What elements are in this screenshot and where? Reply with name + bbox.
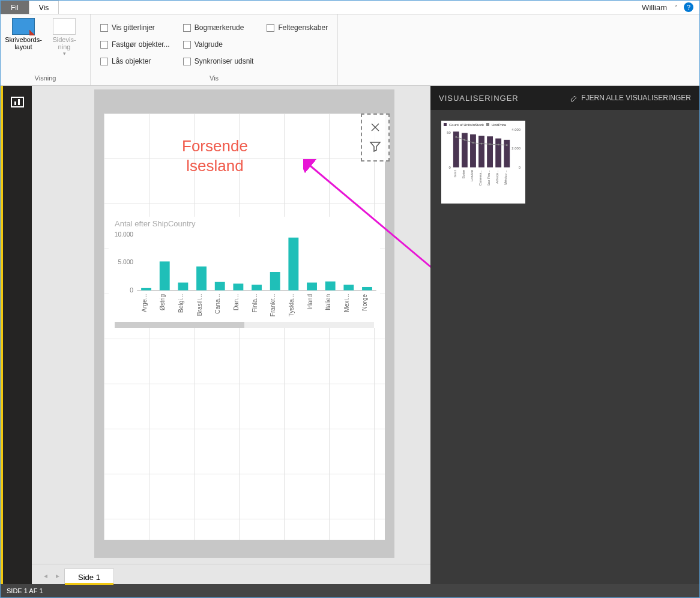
- help-icon[interactable]: ?: [684, 2, 693, 12]
- page-view-icon: [53, 18, 76, 35]
- svg-rect-28: [343, 285, 354, 290]
- left-navbar: [1, 86, 32, 584]
- svg-rect-40: [462, 133, 468, 167]
- svg-rect-8: [160, 261, 170, 290]
- svg-rect-18: [252, 285, 262, 290]
- svg-text:4.000: 4.000: [511, 128, 520, 131]
- svg-rect-24: [307, 283, 317, 291]
- ribbon-group-label: Visning: [5, 73, 85, 83]
- svg-rect-48: [495, 139, 501, 168]
- check-lock[interactable]: Lås objekter: [100, 53, 170, 70]
- tab-nav-next[interactable]: ▸: [52, 567, 63, 584]
- svg-text:Albuqu...: Albuqu...: [495, 169, 499, 184]
- page-indicator: SIDE 1 AF 1: [7, 587, 43, 594]
- report-view-icon[interactable]: [11, 97, 24, 107]
- desktop-layout-icon: [12, 18, 35, 35]
- slicer-placeholder[interactable]: [361, 113, 390, 162]
- svg-text:Arge...: Arge...: [141, 294, 148, 312]
- svg-point-58: [506, 144, 508, 146]
- tab-nav-prev[interactable]: ◂: [40, 567, 51, 584]
- check-bookmarks[interactable]: Bogmærkerude: [183, 19, 254, 36]
- chart-hscrollbar[interactable]: [115, 322, 374, 328]
- desktop-layout-button[interactable]: Skrivebords- layout: [5, 17, 41, 58]
- svg-rect-46: [487, 136, 493, 168]
- svg-text:Graz: Graz: [453, 170, 457, 178]
- svg-text:Finla...: Finla...: [252, 294, 258, 313]
- svg-text:Italien: Italien: [325, 294, 331, 310]
- svg-point-54: [472, 142, 474, 143]
- svg-text:Østrig: Østrig: [159, 294, 166, 310]
- svg-point-52: [455, 136, 457, 138]
- bar-chart-visual[interactable]: Antal efter ShipCountry 05.00010.000Arge…: [109, 217, 380, 328]
- svg-text:Cana...: Cana...: [214, 294, 221, 314]
- svg-text:Dan...: Dan...: [233, 294, 240, 310]
- statusbar: SIDE 1 AF 1: [1, 584, 699, 597]
- page-view-button[interactable]: Sidevis- ning ▾: [46, 17, 82, 58]
- canvas-area: Forsende lsesland Antal efter ShipCountr…: [32, 86, 430, 584]
- svg-text:50: 50: [447, 131, 451, 134]
- page-tab-side1[interactable]: Side 1: [64, 569, 114, 584]
- svg-rect-10: [178, 283, 188, 291]
- svg-rect-42: [470, 134, 476, 168]
- check-field-props[interactable]: Feltegenskaber: [267, 19, 328, 36]
- svg-rect-44: [478, 136, 484, 168]
- ribbon-group-label: Vis: [95, 73, 333, 83]
- svg-rect-30: [362, 287, 372, 291]
- svg-text:5.000: 5.000: [118, 259, 133, 265]
- svg-text:Tyskla...: Tyskla...: [288, 294, 295, 317]
- tab-fil[interactable]: Fil: [1, 1, 29, 14]
- svg-text:Frankr...: Frankr...: [270, 294, 276, 317]
- svg-text:0: 0: [130, 287, 133, 294]
- tab-vis[interactable]: Vis: [29, 1, 59, 14]
- svg-text:Boise: Boise: [462, 169, 465, 178]
- svg-text:Belgi...: Belgi...: [178, 294, 184, 313]
- svg-text:Irland: Irland: [307, 294, 313, 309]
- svg-text:Brasili...: Brasili...: [196, 294, 203, 316]
- svg-text:México ...: México ...: [504, 169, 507, 185]
- workspace: Forsende lsesland Antal efter ShipCountr…: [1, 86, 699, 584]
- svg-point-56: [489, 143, 491, 145]
- check-snap[interactable]: Fastgør objekter...: [100, 36, 170, 53]
- close-icon[interactable]: [370, 122, 380, 132]
- svg-text:Norge: Norge: [362, 294, 369, 310]
- svg-rect-20: [270, 272, 280, 291]
- chart-title: Antal efter ShipCountry: [109, 217, 380, 231]
- vis-panel-title: VISUALISERINGER: [439, 94, 519, 103]
- svg-rect-12: [196, 267, 207, 291]
- ribbon: Skrivebords- layout Sidevis- ning ▾ Visn…: [1, 14, 699, 86]
- eraser-icon: [569, 94, 578, 102]
- svg-text:0: 0: [519, 166, 521, 169]
- bar-chart-svg: 05.00010.000Arge...ØstrigBelgi...Brasili…: [109, 231, 380, 327]
- svg-text:Mexi...: Mexi...: [343, 294, 350, 312]
- svg-rect-16: [233, 283, 243, 290]
- report-page[interactable]: Forsende lsesland Antal efter ShipCountr…: [94, 89, 394, 558]
- svg-rect-50: [504, 140, 510, 168]
- filter-icon[interactable]: [369, 140, 381, 153]
- page-tabs-bar: ◂ ▸ Side 1: [32, 564, 430, 584]
- svg-text:10.000: 10.000: [115, 231, 134, 238]
- svg-text:Cunewa...: Cunewa...: [478, 169, 482, 186]
- svg-point-55: [481, 143, 483, 145]
- check-gridlines[interactable]: Vis gitterlinjer: [100, 19, 170, 36]
- visualizations-panel: VISUALISERINGER FJERN ALLE VISUALISERING…: [430, 86, 699, 584]
- slicer-title: Forsende lsesland: [182, 136, 248, 175]
- svg-point-53: [463, 139, 465, 141]
- thumb-chart-svg: 5004.0002.0000GrazBoiseLondonCunewa...Sa…: [444, 127, 522, 186]
- clear-all-visuals-button[interactable]: FJERN ALLE VISUALISERINGER: [569, 94, 691, 102]
- titlebar: Fil Vis William ˄ ?: [1, 1, 699, 14]
- collapse-ribbon-icon[interactable]: ˄: [675, 4, 678, 11]
- svg-rect-6: [141, 288, 151, 291]
- username-label: William: [642, 3, 667, 12]
- svg-text:2.000: 2.000: [511, 146, 520, 150]
- svg-text:0: 0: [449, 166, 451, 169]
- svg-rect-22: [288, 238, 298, 291]
- svg-text:Sao Pau...: Sao Pau...: [487, 169, 490, 186]
- visual-thumbnail[interactable]: Count of UnitsInStock UnitPrice 5004.000…: [441, 121, 525, 204]
- check-selection[interactable]: Valgrude: [183, 36, 254, 53]
- svg-rect-26: [325, 282, 336, 291]
- check-sync-slicers[interactable]: Synkroniser udsnit: [183, 53, 254, 70]
- svg-text:London: London: [470, 170, 474, 182]
- svg-point-57: [498, 143, 499, 145]
- svg-rect-14: [215, 282, 225, 291]
